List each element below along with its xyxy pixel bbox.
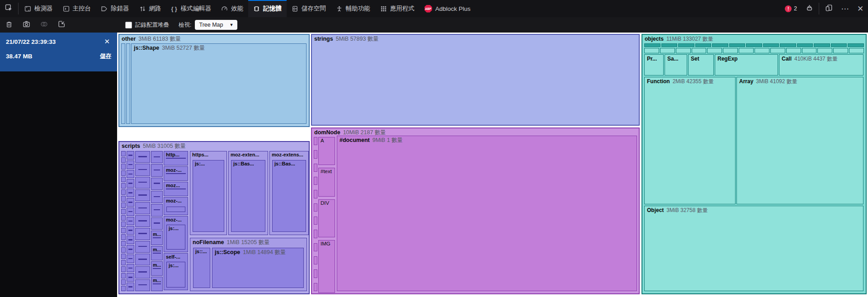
treemap-block-https[interactable]: https... js:... [190, 151, 227, 235]
treemap-block-moz-exten[interactable]: moz-exten... js::Bas... [228, 151, 268, 235]
treemap-block-regexp[interactable]: RegExp [715, 54, 778, 75]
view-label: 檢視: [179, 21, 191, 29]
memory-toolbar: 記錄配置堆疊 檢視: Tree Map ▼ [0, 17, 868, 33]
camera-icon [23, 20, 30, 29]
tab-debugger[interactable]: 除錯器 [96, 0, 134, 17]
treemap-block-moz-extens[interactable]: moz-extens... js::Bas... [269, 151, 309, 235]
treemap-block-inner[interactable] [166, 207, 185, 212]
treemap-canvas[interactable]: other3MiB 61183 數量 js::Shape3MiB 52727 數… [117, 33, 868, 297]
tab-label: 應用程式 [390, 5, 415, 13]
treemap-block-sa[interactable]: Sa... [665, 54, 687, 75]
take-snapshot-button[interactable] [23, 20, 30, 29]
tab-style-editor[interactable]: { } 樣式編輯器 [166, 0, 217, 17]
tab-performance[interactable]: 效能 [216, 0, 248, 17]
treemap-sliver-column[interactable] [135, 151, 150, 291]
treemap-m-column[interactable]: m... m... m... m... [151, 231, 163, 291]
treemap-block-self-js[interactable]: self-...js:... [164, 253, 188, 290]
treemap-block-js[interactable]: js:... [193, 160, 224, 232]
treemap-block-moz[interactable]: moz-... [164, 197, 188, 215]
treemap-block-moz[interactable]: moz-... [164, 166, 188, 181]
treemap-block-moz[interactable]: moz... [164, 182, 188, 196]
view-select-value: Tree Map [199, 22, 223, 28]
close-icon: ✕ [857, 4, 863, 14]
snapshot-timestamp: 21/07/22 23:39:33 [6, 38, 56, 45]
close-icon: ✕ [104, 38, 110, 45]
treemap-block-sliver[interactable] [121, 43, 125, 124]
inspector-icon [24, 5, 31, 12]
tab-label: 儲存空間 [302, 5, 326, 13]
treemap-block-nofilename[interactable]: noFilename1MiB 15205 數量 js::... js::Scop… [190, 238, 307, 291]
tab-memory[interactable]: 記憶體 [248, 0, 287, 17]
treemap-sliver-column[interactable] [151, 151, 163, 230]
treemap-block-document[interactable]: #document9MiB 1 數量 [337, 136, 637, 291]
tab-network[interactable]: 網路 [134, 0, 166, 17]
toolbar-spacer [476, 0, 781, 17]
treemap-block-array[interactable]: Array3MiB 41092 數量 [736, 77, 863, 204]
treemap-region-scripts[interactable]: scripts5MiB 31005 數量 m... m... m... m...… [118, 141, 310, 294]
tab-inspector[interactable]: 檢測器 [19, 0, 58, 17]
treemap-region-domnode[interactable]: domNode10MiB 2187 數量 A #text DIV IMG #do… [311, 127, 640, 294]
treemap-block-moz-js[interactable]: moz-...js:... [164, 216, 188, 252]
treemap-block-js[interactable]: js::... [193, 248, 210, 288]
tab-console[interactable]: 主控台 [58, 0, 96, 17]
chevron-down-icon: ▼ [230, 23, 234, 27]
tab-application[interactable]: 應用程式 [375, 0, 420, 17]
treemap-block-js-bas[interactable]: js::Bas... [231, 160, 265, 232]
error-count-badge[interactable]: ! 2 [781, 0, 801, 17]
tab-label: 檢測器 [34, 5, 53, 13]
import-snapshot-button[interactable] [58, 20, 66, 29]
pick-element-button[interactable] [0, 0, 17, 17]
treemap-block-div[interactable]: DIV [318, 199, 335, 237]
tab-label: 輔助功能 [346, 5, 370, 13]
treemap-block-object[interactable]: Object3MiB 32758 數量 [644, 206, 863, 291]
responsive-design-mode-button[interactable] [820, 0, 837, 17]
tab-label: Adblock Plus [435, 5, 471, 12]
treemap-block-m[interactable]: m... [151, 261, 163, 276]
treemap-sliver-row[interactable] [644, 43, 864, 47]
clear-errors-button[interactable] [801, 0, 818, 17]
treemap-block-m[interactable]: m... [151, 231, 163, 245]
memory-main: 21/07/22 23:39:33 ✕ 38.47 MB 儲存 other3Mi… [0, 33, 868, 297]
treemap-block-set[interactable]: Set [688, 54, 714, 75]
record-allocation-checkbox[interactable] [125, 22, 132, 28]
tab-storage[interactable]: 儲存空間 [287, 0, 331, 17]
treemap-region-objects[interactable]: objects11MiB 133027 數量 Pr... Sa... Set R… [642, 34, 867, 294]
treemap-region-other[interactable]: other3MiB 61183 數量 js::Shape3MiB 52727 數… [118, 34, 310, 127]
console-icon [63, 5, 70, 12]
tab-adblock-plus[interactable]: ABP Adblock Plus [420, 0, 476, 17]
treemap-block-call[interactable]: Call410KiB 4437 數量 [779, 54, 863, 75]
treemap-block-a[interactable]: A [318, 137, 335, 165]
delete-snapshot-button[interactable]: ✕ [103, 38, 111, 46]
treemap-sliver-column[interactable] [314, 137, 317, 291]
accessibility-icon [336, 5, 343, 12]
treemap-sliver-column[interactable] [121, 151, 126, 291]
treemap-block-js-bas[interactable]: js::Bas... [272, 160, 306, 232]
treemap-region-strings[interactable]: strings5MiB 57893 數量 [311, 34, 640, 126]
treemap-script-column[interactable]: http... moz-... moz... moz-... moz-...js… [164, 151, 188, 291]
treemap-sliver-column[interactable] [127, 151, 134, 291]
tab-label: 主控台 [73, 5, 91, 13]
snapshot-item[interactable]: 21/07/22 23:39:33 ✕ 38.47 MB 儲存 [0, 33, 117, 71]
treemap-block-m[interactable]: m... [151, 246, 163, 260]
view-select[interactable]: Tree Map ▼ [195, 20, 237, 30]
treemap-block-http[interactable]: http... [164, 151, 188, 165]
treemap-block-pr[interactable]: Pr... [644, 54, 664, 75]
treemap-block-img[interactable]: IMG [318, 240, 335, 293]
tab-accessibility[interactable]: 輔助功能 [331, 0, 375, 17]
close-devtools-button[interactable]: ✕ [853, 0, 868, 17]
more-options-button[interactable]: ⋯ [837, 0, 853, 17]
delete-all-snapshots-button[interactable] [5, 21, 13, 29]
responsive-design-icon [825, 4, 833, 13]
treemap-block-js-scope[interactable]: js::Scope1MiB 14894 數量 [212, 248, 304, 288]
diff-snapshots-button[interactable] [40, 20, 48, 29]
save-snapshot-link[interactable]: 儲存 [100, 52, 111, 60]
treemap-block-sliver[interactable] [126, 43, 130, 124]
treemap-block-js-shape[interactable]: js::Shape3MiB 52727 數量 [131, 43, 307, 124]
treemap-block-js[interactable]: js:... [166, 225, 185, 250]
treemap-block-text[interactable]: #text [318, 168, 335, 197]
record-allocation-stacks[interactable]: 記錄配置堆疊 [125, 21, 169, 29]
treemap-sliver-row[interactable] [644, 48, 864, 53]
treemap-block-m[interactable]: m... [151, 277, 163, 291]
treemap-block-function[interactable]: Function2MiB 42355 數量 [644, 77, 736, 204]
treemap-block-js[interactable]: js:... [166, 262, 185, 288]
